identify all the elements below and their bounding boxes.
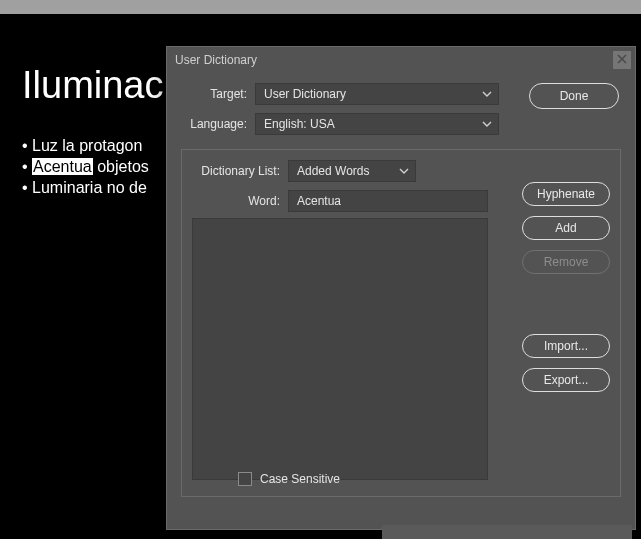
word-input[interactable] xyxy=(288,190,488,212)
chevron-down-icon xyxy=(399,168,409,174)
bullet-text: • Luz la protagon xyxy=(22,137,142,154)
dictionary-list-label: Dictionary List: xyxy=(192,164,288,178)
bullet-text: • Luminaria no de xyxy=(22,179,147,196)
remove-label: Remove xyxy=(544,255,589,269)
dialog-body: Target: User Dictionary Language: Englis… xyxy=(167,73,635,511)
word-label: Word: xyxy=(192,194,288,208)
dialog-titlebar[interactable]: User Dictionary xyxy=(167,47,635,73)
bullet-text: • xyxy=(22,158,32,175)
word-listbox[interactable] xyxy=(192,218,488,480)
add-button[interactable]: Add xyxy=(522,216,610,240)
language-label: Language: xyxy=(181,117,255,131)
case-sensitive-checkbox[interactable] xyxy=(238,472,252,486)
chevron-down-icon xyxy=(482,91,492,97)
hyphenate-button[interactable]: Hyphenate xyxy=(522,182,610,206)
highlighted-word: Acentua xyxy=(32,158,93,175)
add-label: Add xyxy=(555,221,576,235)
dictionary-list-value: Added Words xyxy=(297,164,370,178)
bullet-text: objetos xyxy=(93,158,149,175)
chevron-down-icon xyxy=(482,121,492,127)
dialog-title: User Dictionary xyxy=(175,53,257,67)
side-buttons: Hyphenate Add Remove Import... Export... xyxy=(522,182,610,392)
language-select[interactable]: English: USA xyxy=(255,113,499,135)
target-label: Target: xyxy=(181,87,255,101)
target-value: User Dictionary xyxy=(264,87,346,101)
user-dictionary-dialog: User Dictionary Target: User Dictionary xyxy=(166,46,636,530)
dictionary-panel: Dictionary List: Added Words Word: Hyphe… xyxy=(181,149,621,497)
dictionary-list-select[interactable]: Added Words xyxy=(288,160,416,182)
bottom-strip xyxy=(382,525,632,539)
target-select[interactable]: User Dictionary xyxy=(255,83,499,105)
app-topbar xyxy=(0,0,641,14)
export-button[interactable]: Export... xyxy=(522,368,610,392)
hyphenate-label: Hyphenate xyxy=(537,187,595,201)
done-label: Done xyxy=(560,89,589,103)
import-button[interactable]: Import... xyxy=(522,334,610,358)
language-value: English: USA xyxy=(264,117,335,131)
close-button[interactable] xyxy=(613,51,631,69)
import-label: Import... xyxy=(544,339,588,353)
case-sensitive-row: Case Sensitive xyxy=(238,472,340,486)
remove-button: Remove xyxy=(522,250,610,274)
export-label: Export... xyxy=(544,373,589,387)
done-button[interactable]: Done xyxy=(529,83,619,109)
case-sensitive-label: Case Sensitive xyxy=(260,472,340,486)
close-icon xyxy=(617,47,627,73)
